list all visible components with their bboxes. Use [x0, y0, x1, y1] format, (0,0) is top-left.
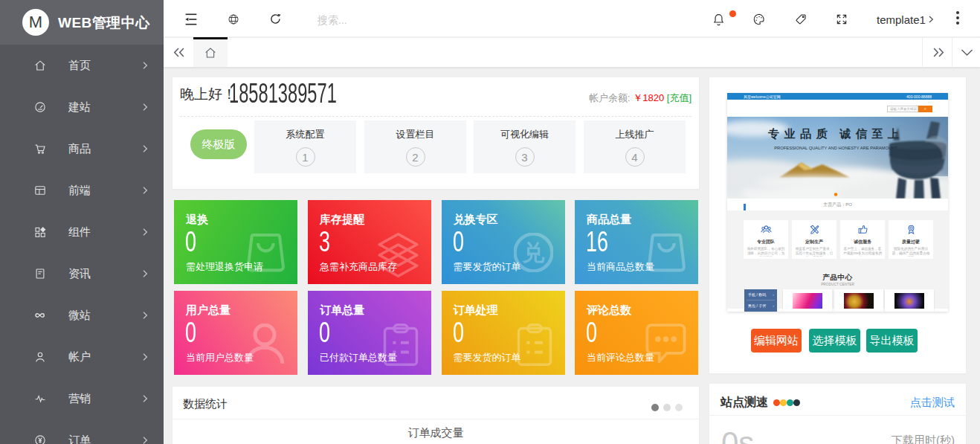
svg-text:兑: 兑	[521, 240, 544, 265]
svg-text:专业品质 诚信至上: 专业品质 诚信至上	[767, 127, 903, 140]
svg-text:PROFESSIONAL QUALITY AND HONES: PROFESSIONAL QUALITY AND HONESTY ARE PAR…	[774, 146, 897, 150]
